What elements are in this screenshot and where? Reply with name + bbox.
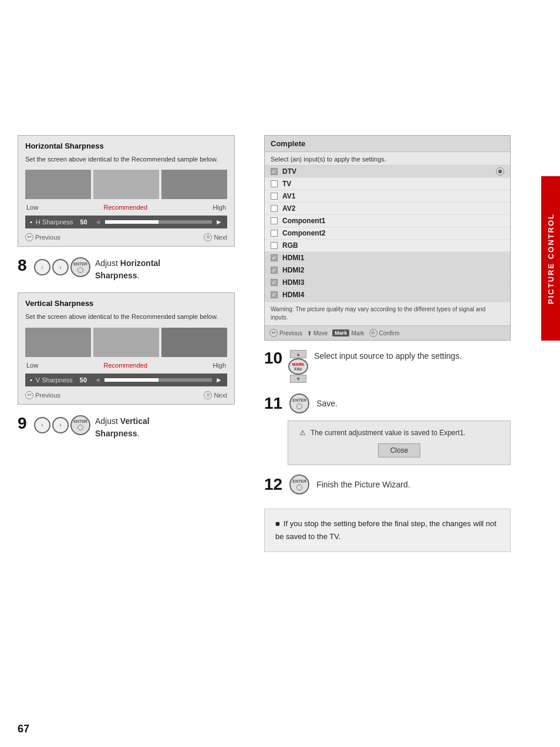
- v-slider-arrow-left[interactable]: ◄: [94, 376, 101, 384]
- input-item-hdmi2[interactable]: ✓ HDMI2: [265, 264, 510, 277]
- input-list: ✓ DTV TV AV1 AV2 Compon: [265, 165, 510, 301]
- h-prev-button[interactable]: ↩ Previous: [25, 233, 60, 241]
- step9-buttons: ‹ › ENTER: [34, 415, 90, 435]
- step9-right-btn[interactable]: ›: [52, 417, 69, 433]
- checkbox-tv[interactable]: [271, 180, 278, 187]
- left-column: Horizontal Sharpness Set the screen abov…: [18, 135, 235, 450]
- warning-triangle-icon: ⚠: [298, 428, 307, 438]
- h-sharpness-instruction: Set the screen above identical to the Re…: [25, 155, 227, 164]
- step9-enter-btn[interactable]: ENTER: [70, 415, 90, 435]
- note-bullet: ■: [275, 519, 280, 528]
- input-label-dtv: DTV: [282, 167, 491, 176]
- v-slider-label: V Sharpness: [36, 376, 73, 383]
- input-label-av1: AV1: [282, 192, 504, 200]
- step11-number: 11: [264, 395, 282, 412]
- h-next-button[interactable]: ⊙ Next: [204, 233, 227, 241]
- v-prev-button[interactable]: ↩ Previous: [25, 391, 60, 399]
- input-label-hdmi2: HDMI2: [282, 266, 504, 274]
- complete-move-label: Move: [313, 330, 328, 337]
- input-item-av1[interactable]: AV1: [265, 190, 510, 203]
- input-label-component1: Component1: [282, 217, 504, 225]
- input-item-component2[interactable]: Component2: [265, 227, 510, 240]
- v-sharpness-title: Vertical Sharpness: [25, 299, 227, 308]
- step8-enter-btn[interactable]: ENTER: [70, 257, 90, 277]
- v-next-icon: ⊙: [204, 391, 212, 399]
- h-slider-bullet: •: [30, 218, 32, 226]
- move-arrow-icon: ⬆: [307, 330, 312, 337]
- complete-nav-row: ↩ Previous ⬆ Move Mark Mark ⊙ Confirm: [265, 325, 510, 340]
- step8-row: 8 ‹ › ENTER Adjust HorizontalSharpness.: [18, 257, 235, 282]
- input-label-component2: Component2: [282, 229, 504, 237]
- step10-mark-fav-btn[interactable]: MARK FAV: [288, 358, 308, 375]
- checkbox-av1[interactable]: [271, 193, 278, 200]
- input-item-component1[interactable]: Component1: [265, 215, 510, 227]
- step9-text: Adjust VerticalSharpness.: [95, 415, 150, 440]
- step8-right-btn[interactable]: ›: [52, 259, 69, 275]
- h-preview-block-1: [25, 170, 91, 199]
- h-slider-arrow-left[interactable]: ◄: [95, 218, 102, 226]
- step10-text: Select input source to apply the setting…: [314, 350, 461, 362]
- step9-left-btn[interactable]: ‹: [34, 417, 50, 433]
- v-slider-arrow-right[interactable]: ►: [215, 376, 222, 384]
- checkbox-component2[interactable]: [271, 230, 278, 237]
- complete-confirm-icon: ⊙: [369, 329, 377, 337]
- v-preview-block-1: [25, 328, 91, 357]
- h-sharpness-preview: [25, 170, 227, 199]
- step8-left-btn[interactable]: ‹: [34, 259, 50, 275]
- h-next-label: Next: [214, 234, 227, 241]
- input-item-dtv[interactable]: ✓ DTV: [265, 166, 510, 178]
- checkbox-component1[interactable]: [271, 217, 278, 224]
- v-slider-bar[interactable]: [104, 378, 212, 382]
- step11-enter-btn[interactable]: ENTER: [289, 393, 309, 413]
- checkbox-rgb[interactable]: [271, 242, 278, 249]
- step8-enter-dot: [77, 267, 83, 273]
- v-preview-block-2: [93, 328, 159, 357]
- checkbox-hdmi2[interactable]: ✓: [271, 267, 278, 274]
- input-label-hdmi1: HDMI1: [282, 254, 504, 262]
- input-item-hdmi3[interactable]: ✓ HDMI3: [265, 277, 510, 289]
- complete-nav-prev[interactable]: ↩ Previous: [269, 329, 302, 337]
- h-slider-arrow-right[interactable]: ►: [215, 218, 222, 226]
- input-item-hdmi1[interactable]: ✓ HDMI1: [265, 252, 510, 264]
- step8-number: 8: [18, 257, 29, 274]
- close-button[interactable]: Close: [378, 443, 421, 457]
- right-column: Complete Select (an) input(s) to apply t…: [264, 135, 511, 552]
- input-item-rgb[interactable]: RGB: [265, 240, 510, 252]
- complete-nav-mark[interactable]: Mark Mark: [332, 329, 364, 337]
- step12-text: Finish the Picture Wizard.: [316, 480, 410, 489]
- checkbox-hdmi1[interactable]: ✓: [271, 254, 278, 261]
- h-slider-bar[interactable]: [105, 220, 212, 224]
- h-next-icon: ⊙: [204, 233, 212, 241]
- input-label-av2: AV2: [282, 204, 504, 213]
- complete-mark-label: Mark: [351, 330, 364, 337]
- input-item-av2[interactable]: AV2: [265, 203, 510, 215]
- page-number: 67: [18, 723, 29, 735]
- v-slider-bullet: •: [30, 376, 32, 383]
- complete-title: Complete: [265, 136, 510, 152]
- input-label-hdmi4: HDMI4: [282, 291, 504, 299]
- step10-number: 10: [264, 350, 282, 366]
- checkbox-dtv[interactable]: ✓: [271, 168, 278, 175]
- v-preview-labels: Low Recommended High: [25, 362, 227, 369]
- complete-nav-confirm[interactable]: ⊙ Confirm: [369, 329, 400, 337]
- h-preview-labels: Low Recommended High: [25, 204, 227, 211]
- step10-up-btn[interactable]: ▲: [290, 350, 306, 358]
- checkbox-av2[interactable]: [271, 205, 278, 212]
- step12-enter-btn[interactable]: ENTER: [289, 475, 309, 494]
- save-confirm-box: ⚠ The current adjustment value is saved …: [288, 420, 511, 465]
- v-prev-label: Previous: [35, 392, 60, 399]
- checkbox-hdmi4[interactable]: ✓: [271, 291, 278, 298]
- v-next-button[interactable]: ⊙ Next: [204, 391, 227, 399]
- complete-warning: Warning: The picture quality may vary ac…: [265, 301, 510, 325]
- checkbox-hdmi3[interactable]: ✓: [271, 279, 278, 286]
- h-slider-row: • H Sharpness 50 ◄ ►: [25, 216, 227, 228]
- complete-confirm-label: Confirm: [379, 330, 400, 337]
- input-label-hdmi3: HDMI3: [282, 278, 504, 287]
- input-item-tv[interactable]: TV: [265, 178, 510, 190]
- step12-enter-dot: [296, 484, 302, 490]
- step10-down-btn[interactable]: ▼: [290, 375, 306, 383]
- input-item-hdmi4[interactable]: ✓ HDMI4: [265, 289, 510, 301]
- h-sharpness-title: Horizontal Sharpness: [25, 142, 227, 150]
- v-slider-value: 50: [80, 376, 87, 383]
- complete-prev-icon: ↩: [269, 329, 278, 337]
